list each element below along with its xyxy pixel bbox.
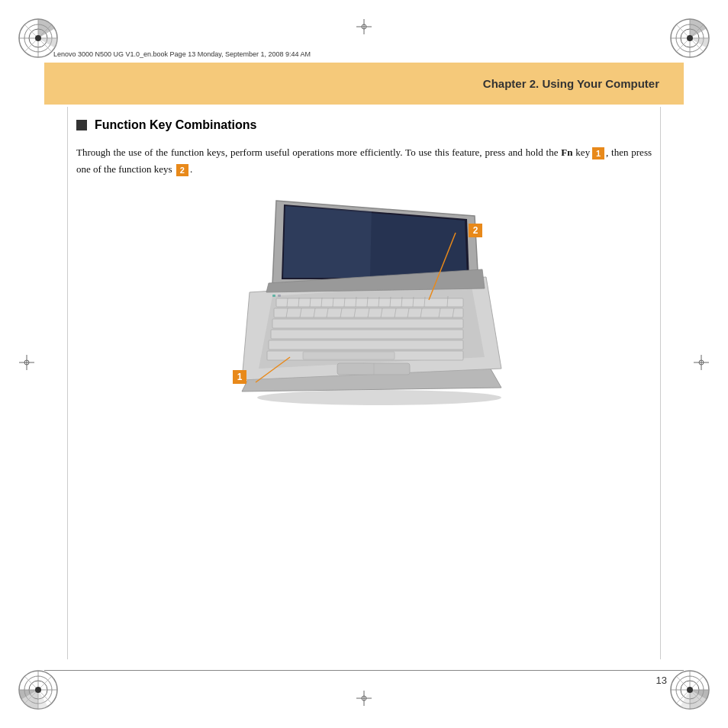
- svg-point-7: [35, 35, 41, 41]
- svg-rect-48: [276, 298, 463, 307]
- svg-rect-82: [337, 363, 410, 375]
- crosshair-left: [19, 355, 34, 373]
- body-text-part2: key: [573, 147, 591, 158]
- corner-decoration-bl: [15, 667, 61, 713]
- file-info-text: Lenovo 3000 N500 UG V1.0_en.book Page 13…: [53, 50, 311, 58]
- crosshair-bottom: [356, 691, 372, 709]
- chapter-title-container: Chapter 2. Using Your Computer: [44, 63, 675, 105]
- section-heading: Function Key Combinations: [76, 118, 652, 132]
- svg-rect-77: [272, 319, 463, 328]
- svg-point-23: [35, 687, 41, 693]
- badge-1-inline: 1: [592, 147, 604, 159]
- margin-line-left: [67, 107, 68, 659]
- badge-2-inline: 2: [176, 164, 188, 176]
- section-heading-text: Function Key Combinations: [95, 118, 256, 132]
- margin-line-right: [660, 107, 661, 659]
- body-text-part4: .: [190, 163, 192, 175]
- content-area: Function Key Combinations Through the us…: [76, 118, 652, 667]
- file-info-bar: Lenovo 3000 N500 UG V1.0_en.book Page 13…: [53, 46, 675, 63]
- fn-key-label: Fn: [561, 147, 572, 158]
- crosshair-right: [694, 355, 709, 373]
- corner-decoration-br: [667, 667, 713, 713]
- svg-marker-87: [283, 206, 372, 278]
- svg-point-15: [687, 35, 693, 41]
- svg-point-44: [257, 390, 501, 405]
- svg-rect-90: [272, 295, 275, 297]
- callout-badge-2: 2: [469, 224, 482, 237]
- chapter-title: Chapter 2. Using Your Computer: [483, 77, 659, 90]
- svg-rect-78: [271, 330, 463, 339]
- page-number: 13: [656, 675, 667, 686]
- svg-rect-91: [278, 295, 281, 297]
- svg-rect-81: [303, 352, 395, 359]
- svg-rect-79: [269, 340, 463, 350]
- bottom-rule: [44, 670, 684, 671]
- body-text-part1: Through the use of the function keys, pe…: [76, 147, 561, 158]
- body-paragraph: Through the use of the function keys, pe…: [76, 144, 652, 178]
- svg-point-31: [687, 687, 693, 693]
- laptop-image-container: lenovo 2 1: [204, 193, 524, 407]
- callout-badge-1: 1: [233, 370, 246, 384]
- crosshair-top: [356, 19, 372, 37]
- section-bullet-icon: [76, 120, 87, 130]
